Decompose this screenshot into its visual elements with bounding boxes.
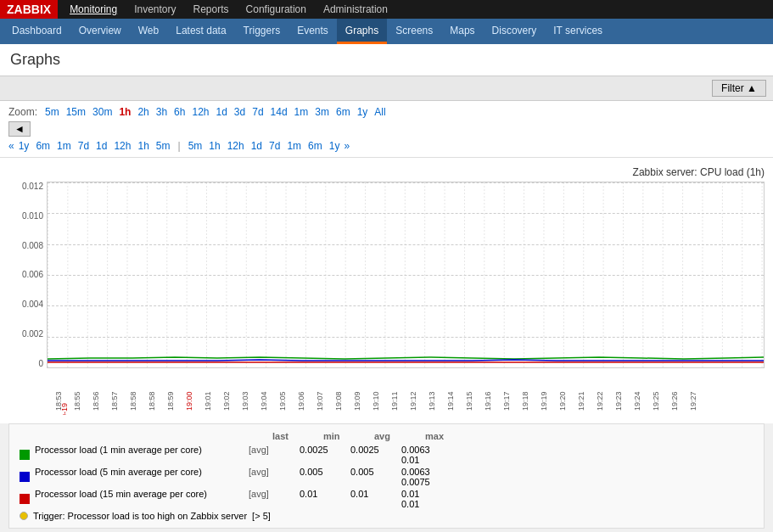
page-title: Graphs [10,51,763,69]
svg-text:19:04: 19:04 [260,391,268,411]
y-axis: 0.012 0.010 0.008 0.006 0.004 0.002 0 [8,182,47,368]
svg-text:18:56: 18:56 [92,391,100,411]
svg-text:19:24: 19:24 [633,391,641,411]
svg-text:19:11: 19:11 [390,391,399,411]
legend-last-1: 0.0025 [300,445,350,455]
nav-right[interactable]: » [344,140,350,152]
filter-button[interactable]: Filter ▲ [712,80,766,97]
zoom-30m[interactable]: 30m [90,106,115,118]
nav-maps[interactable]: Maps [441,19,483,44]
tnav-1y[interactable]: 1y [16,140,32,152]
zoom-3m[interactable]: 3m [312,106,332,118]
legend-last-3: 0.01 [300,489,350,499]
svg-text:19:07: 19:07 [316,391,324,411]
tnav-7d[interactable]: 7d [76,140,92,152]
nav-latest-data[interactable]: Latest data [167,19,234,44]
tnav-5m-left[interactable]: 5m [154,140,173,152]
legend-header-min: min [323,431,374,441]
tnav-1m[interactable]: 1m [54,140,74,152]
svg-text:18:57: 18:57 [110,391,119,411]
tnav-1h[interactable]: 1h [135,140,151,152]
svg-text:19:22: 19:22 [596,391,604,411]
zoom-1m[interactable]: 1m [292,106,311,118]
nav-graphs[interactable]: Graphs [337,19,387,44]
zoom-1d[interactable]: 1d [214,106,230,118]
tnav-1y-right[interactable]: 1y [327,140,343,152]
svg-rect-1 [48,182,764,367]
legend-avg-1: 0.0063 [401,445,452,455]
zoom-12h[interactable]: 12h [189,106,211,118]
svg-text:19:08: 19:08 [334,391,343,411]
legend-header-avg: avg [374,431,425,441]
time-nav-row: « 1y 6m 1m 7d 1d 12h 1h 5m | 5m 1h 12h 1… [8,140,765,152]
tnav-1d-right[interactable]: 1d [249,140,265,152]
zoom-7d[interactable]: 7d [249,106,266,118]
filter-bar: Filter ▲ [0,76,773,101]
nav-web[interactable]: Web [130,19,167,44]
legend-row-3: Processor load (15 min average per core)… [20,489,753,509]
tnav-6m[interactable]: 6m [33,140,53,152]
zoom-14d[interactable]: 14d [268,106,290,118]
tnav-7d-right[interactable]: 7d [266,140,283,152]
x-axis-svg: 09-19 18:53 18:55 18:56 18:57 18:58 18:5… [48,368,765,415]
nav-overview[interactable]: Overview [70,19,130,44]
top-nav-monitoring[interactable]: Monitoring [61,0,126,19]
svg-text:19:14: 19:14 [446,391,455,411]
top-nav-administration[interactable]: Administration [315,0,396,19]
back-button[interactable]: ◄ [8,121,31,137]
zoom-3d[interactable]: 3d [232,106,248,118]
zoom-3h[interactable]: 3h [154,106,170,118]
tnav-6m-right[interactable]: 6m [305,140,325,152]
tnav-1d[interactable]: 1d [93,140,109,152]
zoom-all[interactable]: All [372,106,388,118]
tnav-1h-right[interactable]: 1h [206,140,222,152]
nav-screens[interactable]: Screens [387,19,441,44]
nav-dashboard[interactable]: Dashboard [3,19,70,44]
zoom-1y[interactable]: 1y [355,106,371,118]
top-nav-inventory[interactable]: Inventory [126,0,184,19]
y-label-0002: 0.002 [22,329,43,339]
nav-it-services[interactable]: IT services [545,19,611,44]
zoom-1h[interactable]: 1h [116,106,133,118]
svg-text:19:01: 19:01 [204,391,212,411]
svg-text:19:21: 19:21 [577,391,585,411]
svg-text:19:09: 19:09 [353,391,361,411]
graph-wrapper: 0.012 0.010 0.008 0.006 0.004 0.002 0 [8,182,765,368]
nav-discovery[interactable]: Discovery [484,19,546,44]
tnav-12h-right[interactable]: 12h [225,140,247,152]
legend-trigger-row: Trigger: Processor load is too high on Z… [20,511,753,521]
y-label-0006: 0.006 [22,270,43,279]
nav-events[interactable]: Events [288,19,337,44]
nav-left[interactable]: « [8,140,14,152]
legend-row-2: Processor load (5 min average per core) … [20,467,753,487]
zoom-15m[interactable]: 15m [64,106,88,118]
y-label-0004: 0.004 [22,300,43,309]
svg-text:19:10: 19:10 [372,391,380,411]
legend-tag-1: [avg] [249,445,300,455]
y-label-0: 0 [38,359,43,368]
chart-area [47,182,765,368]
page-title-bar: Graphs [0,44,773,76]
tnav-1m-right[interactable]: 1m [284,140,304,152]
legend-row-1: Processor load (1 min average per core) … [20,445,753,465]
top-nav-reports[interactable]: Reports [185,0,238,19]
tnav-12h[interactable]: 12h [111,140,133,152]
svg-text:19:15: 19:15 [465,391,473,411]
zoom-2h[interactable]: 2h [135,106,151,118]
zoom-6h[interactable]: 6h [171,106,188,118]
legend-label-2: Processor load (5 min average per core) [35,467,249,477]
nav-triggers[interactable]: Triggers [235,19,289,44]
zoom-6m[interactable]: 6m [333,106,353,118]
chart-svg [48,182,764,367]
separator: | [178,140,181,152]
graph-title: Zabbix server: CPU load (1h) [8,166,765,178]
top-nav-configuration[interactable]: Configuration [238,0,315,19]
zoom-5m[interactable]: 5m [42,106,62,118]
y-label-0010: 0.010 [22,211,43,221]
legend-avg-3: 0.01 [401,489,452,499]
svg-text:18:58: 18:58 [148,391,156,411]
svg-text:19:03: 19:03 [241,391,249,411]
tnav-5m-right[interactable]: 5m [186,140,205,152]
svg-text:19:19: 19:19 [540,391,548,411]
y-label-0008: 0.008 [22,241,43,250]
